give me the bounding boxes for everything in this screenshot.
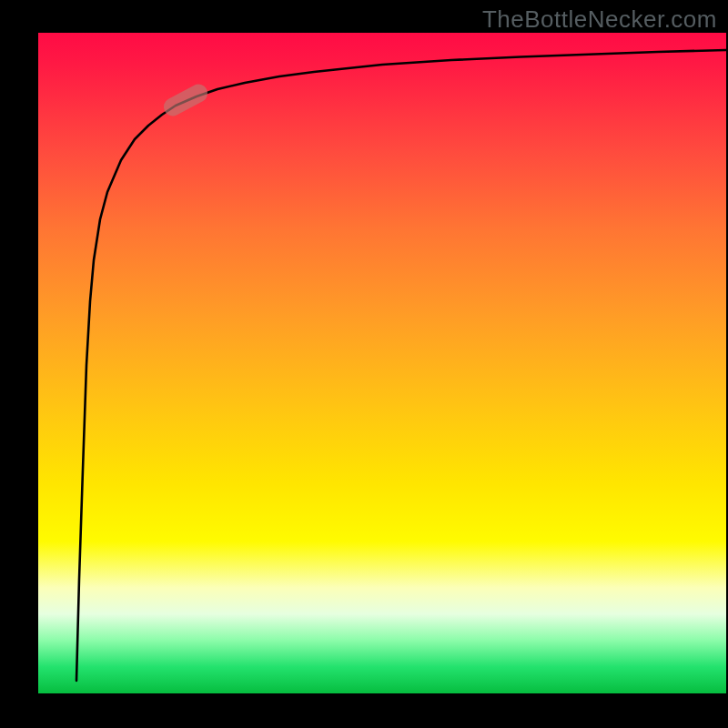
watermark-text: TheBottleNecker.com	[482, 5, 717, 34]
bottleneck-curve	[76, 50, 726, 681]
chart-root: TheBottleNecker.com	[0, 0, 728, 728]
curve-layer	[38, 33, 726, 693]
